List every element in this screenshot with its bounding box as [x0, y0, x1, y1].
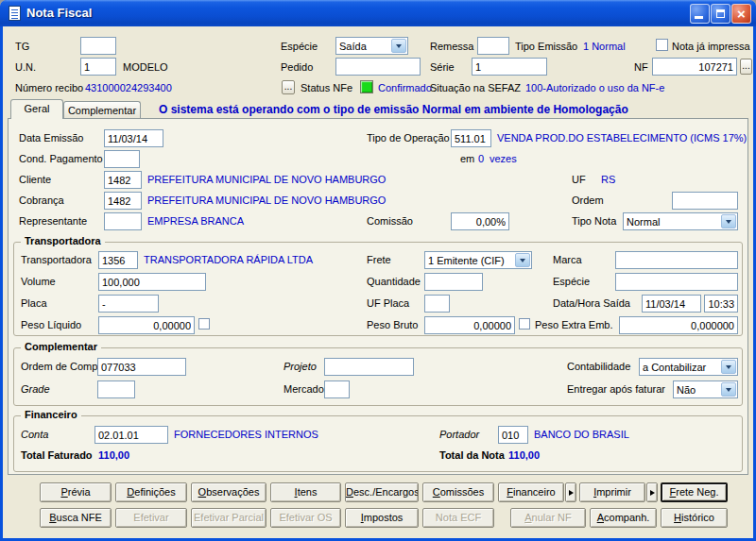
financeiro-button[interactable]: Financeiro: [498, 482, 564, 502]
frete-value: 1 Emitente (CIF): [425, 252, 514, 268]
cobranca-input[interactable]: [104, 192, 142, 210]
nf-browse-button[interactable]: ...: [740, 59, 752, 75]
hora-saida-input[interactable]: [704, 295, 738, 313]
serie-input[interactable]: [472, 58, 547, 76]
especie-transp-input[interactable]: [615, 273, 738, 291]
nf-input[interactable]: [652, 58, 737, 76]
imprimir-button[interactable]: Imprimir: [579, 482, 645, 502]
data-emissao-input[interactable]: [104, 129, 163, 147]
frete-combobox[interactable]: 1 Emitente (CIF): [424, 251, 532, 269]
especie-dropdown-button[interactable]: [391, 39, 406, 53]
tipo-operacao-description: VENDA PROD.DO ESTABELECIMENTO (ICMS 17%): [497, 132, 747, 144]
peso-bruto-input[interactable]: [424, 316, 515, 334]
ordem-input[interactable]: [672, 192, 738, 210]
tg-input[interactable]: [80, 37, 116, 55]
nota-ecf-button: Nota ECF: [422, 508, 494, 528]
contabilidade-combobox[interactable]: a Contabilizar: [639, 358, 738, 376]
tipo-nota-combobox[interactable]: Normal: [623, 212, 738, 230]
representante-label: Representante: [19, 215, 87, 227]
marca-label: Marca: [553, 254, 582, 265]
entregar-dropdown-button[interactable]: [721, 382, 736, 397]
peso-bruto-checkbox[interactable]: [519, 318, 530, 330]
comissao-input[interactable]: [451, 212, 509, 230]
volume-input[interactable]: [98, 273, 206, 291]
cliente-input[interactable]: [104, 171, 142, 189]
tipo-nota-dropdown-button[interactable]: [721, 214, 736, 228]
mercado-input[interactable]: [324, 380, 350, 398]
representante-description: EMPRESA BRANCA: [147, 215, 244, 227]
cobranca-description: PREFEITURA MUNICIPAL DE NOVO HAMBURGO: [147, 194, 386, 206]
observacoes-button[interactable]: Observações: [191, 482, 266, 502]
itens-button[interactable]: Itens: [270, 482, 341, 502]
desc-encargos-button[interactable]: Desc./Encargos: [345, 482, 419, 502]
representante-input[interactable]: [104, 212, 142, 230]
entregar-apos-faturar-label: Entregar após faturar: [567, 383, 665, 395]
minimize-button[interactable]: [690, 4, 710, 24]
contabilidade-dropdown-button[interactable]: [721, 360, 736, 374]
especie-transp-label: Espécie: [553, 276, 590, 287]
maximize-button[interactable]: [711, 4, 730, 24]
peso-liquido-input[interactable]: [98, 316, 195, 334]
ordem-compra-input[interactable]: [97, 358, 186, 376]
chevron-down-icon: [726, 220, 731, 224]
chevron-down-icon: [520, 259, 525, 262]
frete-dropdown-button[interactable]: [515, 253, 530, 267]
financeiro-menu-arrow-button[interactable]: [565, 482, 576, 502]
tipo-operacao-input[interactable]: [451, 129, 491, 147]
mercado-label: Mercado: [284, 383, 324, 395]
grade-input[interactable]: [97, 380, 135, 398]
acompanh-button[interactable]: Acompanh.: [590, 508, 657, 528]
tipo-nota-value: Normal: [624, 213, 720, 229]
uf-placa-input[interactable]: [424, 295, 450, 313]
pedido-input[interactable]: [335, 58, 421, 76]
situacao-sefaz-value: 100-Autorizado o uso da NF-e: [525, 82, 664, 93]
transportadora-input[interactable]: [98, 251, 138, 269]
comissoes-button[interactable]: Comissões: [422, 482, 494, 502]
nota-ja-impressa-checkbox[interactable]: [656, 39, 668, 51]
remessa-input[interactable]: [477, 37, 509, 55]
previa-button[interactable]: Prévia: [40, 482, 112, 502]
ordem-label: Ordem: [572, 194, 604, 206]
quantidade-input[interactable]: [424, 273, 483, 291]
historico-button[interactable]: Histórico: [661, 508, 728, 528]
data-hora-saida-label: Data/Hora Saída: [553, 297, 630, 309]
status-nfe-indicator: [360, 80, 373, 93]
cond-pagamento-input[interactable]: [104, 150, 140, 168]
ordem-compra-label: Ordem de Compra: [21, 361, 107, 372]
projeto-label: Projeto: [284, 361, 317, 372]
tipo-nota-label: Tipo Nota: [572, 215, 616, 227]
portador-input[interactable]: [498, 426, 528, 444]
frete-neg-button[interactable]: Frete Neg.: [661, 482, 728, 502]
contabilidade-value: a Contabilizar: [640, 359, 720, 375]
arrow-right-icon: [650, 490, 655, 496]
impostos-button[interactable]: Impostos: [345, 508, 419, 528]
busca-nfe-button[interactable]: Busca NFE: [40, 508, 112, 528]
total-da-nota-label: Total da Nota: [439, 449, 505, 461]
especie-combobox[interactable]: Saída: [335, 37, 408, 55]
imprimir-menu-arrow-button[interactable]: [646, 482, 658, 502]
data-saida-input[interactable]: [642, 295, 701, 313]
definicoes-button[interactable]: Definições: [115, 482, 187, 502]
entregar-apos-faturar-combobox[interactable]: Não: [673, 380, 738, 398]
un-description: MODELO: [123, 61, 168, 73]
app-icon: [9, 6, 21, 21]
contabilidade-label: Contabilidade: [567, 361, 630, 372]
titlebar[interactable]: Nota Fiscal ×: [0, 0, 756, 26]
status-nfe-value: Confirmado: [378, 82, 432, 93]
projeto-input[interactable]: [324, 358, 414, 376]
placa-input[interactable]: [98, 295, 159, 313]
conta-input[interactable]: [94, 426, 168, 444]
peso-liquido-checkbox[interactable]: [198, 318, 210, 330]
marca-input[interactable]: [615, 251, 738, 269]
anular-nf-button: Anular NF: [510, 508, 586, 528]
tab-geral[interactable]: Geral: [10, 99, 63, 119]
tab-complementar[interactable]: Complementar: [63, 101, 141, 118]
portador-description: BANCO DO BRASIL: [534, 429, 629, 440]
frete-label: Frete: [367, 254, 391, 265]
em-label: em: [460, 153, 474, 164]
un-input[interactable]: [80, 58, 116, 76]
recibo-browse-button[interactable]: ...: [282, 80, 295, 94]
close-button[interactable]: ×: [731, 4, 751, 24]
peso-extra-label: Peso Extra Emb.: [535, 319, 613, 330]
peso-extra-input[interactable]: [619, 316, 738, 334]
